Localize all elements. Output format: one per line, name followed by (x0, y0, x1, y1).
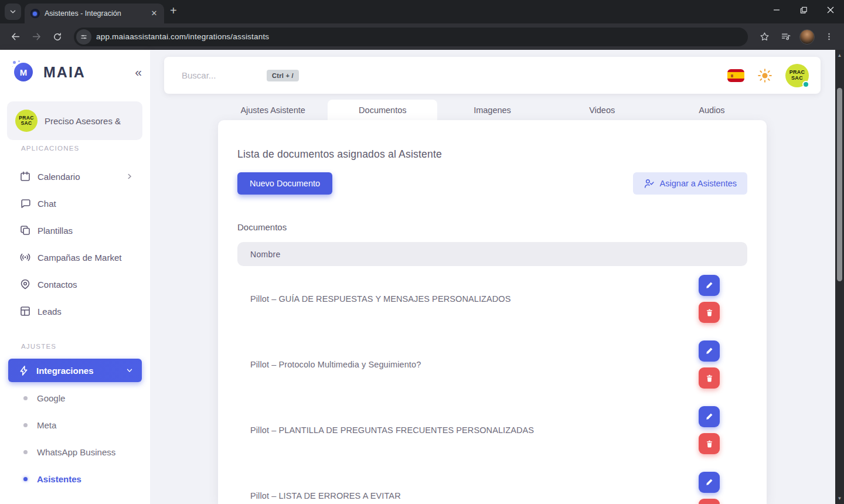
main-area: Ctrl + / PRAC SAC Ajustes Asistente Docu… (150, 50, 835, 504)
forward-arrow-icon (32, 32, 42, 42)
sidebar-item-label: Plantillas (38, 226, 73, 236)
scrollbar-thumb[interactable] (837, 88, 842, 281)
browser-tab-title: Asistentes - Integración (45, 9, 144, 18)
edit-document-button[interactable] (699, 406, 720, 427)
edit-document-button[interactable] (699, 472, 720, 493)
site-info-icon (80, 33, 88, 41)
window-close-button[interactable] (817, 0, 844, 20)
media-controls-button[interactable] (776, 28, 795, 46)
avatar-text: SAC (791, 76, 803, 81)
sidebar-item-campanas[interactable]: Campañas de Market (8, 244, 142, 271)
sidebar-subitem-label: Asistentes (37, 474, 81, 484)
browser-tab[interactable]: Asistentes - Integración ✕ (25, 4, 164, 23)
browser-profile-avatar[interactable] (799, 29, 815, 45)
topbar-right: PRAC SAC (727, 64, 809, 87)
assign-to-assistants-button[interactable]: Asignar a Asistentes (633, 172, 747, 195)
delete-document-button[interactable] (699, 433, 720, 454)
sidebar-item-plantillas[interactable]: Plantillas (8, 217, 142, 244)
section-label-aplicaciones: APLICACIONES (21, 145, 79, 152)
edit-document-button[interactable] (699, 340, 720, 362)
delete-document-button[interactable] (699, 367, 720, 389)
new-document-button[interactable]: Nuevo Documento (237, 172, 332, 195)
sidebar-subitem-asistentes[interactable]: Asistentes (8, 465, 142, 492)
sidebar-item-label: Contactos (38, 280, 77, 290)
scroll-down-arrow-icon[interactable]: ▼ (835, 494, 844, 503)
browser-menu-button[interactable] (819, 28, 838, 46)
sidebar-item-contactos[interactable]: Contactos (8, 271, 142, 298)
light-mode-sun-icon[interactable] (757, 68, 772, 83)
page-title: Lista de documentos asignados al Asisten… (237, 148, 747, 161)
document-name: Pillot – GUÍA DE RESPUESTAS Y MENSAJES P… (250, 294, 528, 304)
user-avatar[interactable]: PRAC SAC (785, 64, 809, 87)
table-icon (19, 305, 31, 317)
window-restore-button[interactable] (790, 0, 817, 20)
document-name: Pillot – LISTA DE ERRORES A EVITAR (250, 491, 418, 500)
workspace-name: Preciso Asesores & (45, 116, 121, 126)
forward-button[interactable] (27, 28, 46, 46)
pencil-icon (705, 478, 714, 487)
sidebar-item-integraciones[interactable]: Integraciones (8, 359, 142, 382)
url-text: app.maiaassistantai.com/integrations/ass… (96, 32, 269, 41)
sidebar-item-label: Calendario (38, 172, 80, 182)
sidebar-item-calendario[interactable]: Calendario (8, 163, 142, 190)
workspace-avatar-text: SAC (21, 121, 32, 126)
tab-videos[interactable]: Videos (547, 100, 657, 120)
workspace-avatar: PRAC SAC (15, 110, 38, 132)
restore-icon (800, 6, 808, 14)
sidebar-subitem-meta[interactable]: Meta (8, 411, 142, 438)
sidebar: M MAIA « PRAC SAC Preciso Asesores & APL… (0, 50, 150, 504)
brand-row: M MAIA « (14, 59, 142, 86)
window-minimize-button[interactable] (763, 0, 790, 20)
address-bar[interactable]: app.maiaassistantai.com/integrations/ass… (74, 28, 748, 46)
site-info-button[interactable] (76, 29, 91, 45)
trash-icon (705, 374, 714, 383)
column-header-nombre: Nombre (250, 250, 281, 259)
close-icon (827, 6, 834, 13)
row-actions (699, 275, 720, 323)
edit-document-button[interactable] (699, 275, 720, 296)
sidebar-subitem-google[interactable]: Google (8, 384, 142, 411)
chat-icon (19, 197, 31, 209)
tab-imagenes[interactable]: Imagenes (437, 100, 547, 120)
lightning-icon (18, 365, 29, 376)
delete-document-button[interactable] (699, 302, 720, 323)
table-row: Pillot – GUÍA DE RESPUESTAS Y MENSAJES P… (237, 266, 747, 332)
templates-icon (19, 224, 31, 236)
tab-documentos[interactable]: Documentos (328, 100, 437, 120)
table-header: Nombre (237, 242, 747, 266)
tab-close-icon[interactable]: ✕ (149, 8, 159, 19)
delete-document-button[interactable] (699, 499, 720, 504)
language-flag-icon[interactable] (727, 69, 744, 82)
user-check-icon (644, 178, 655, 189)
tab-search-button[interactable] (5, 4, 21, 20)
chevron-down-icon (125, 366, 134, 374)
page-scrollbar[interactable]: ▲ ▼ (835, 50, 844, 504)
new-tab-button[interactable]: + (170, 4, 177, 18)
reload-button[interactable] (48, 28, 67, 46)
sidebar-item-label: Leads (38, 307, 62, 316)
tab-audios[interactable]: Audios (657, 100, 767, 120)
chevron-down-icon (9, 8, 16, 15)
workspace-card[interactable]: PRAC SAC Preciso Asesores & (7, 101, 142, 140)
minimize-icon (773, 6, 780, 13)
search-shortcut-badge: Ctrl + / (267, 70, 299, 81)
search-input[interactable] (182, 70, 249, 80)
kebab-menu-icon (825, 32, 833, 41)
tab-ajustes-asistente[interactable]: Ajustes Asistente (218, 100, 328, 120)
sidebar-item-chat[interactable]: Chat (8, 190, 142, 217)
actions-row: Nuevo Documento Asignar a Asistentes (237, 172, 747, 195)
documents-card: Lista de documentos asignados al Asisten… (218, 120, 767, 504)
bookmark-button[interactable] (755, 28, 774, 46)
app-topbar: Ctrl + / PRAC SAC (164, 57, 821, 94)
brand-name: MAIA (43, 64, 86, 81)
content-tabs: Ajustes Asistente Documentos Imagenes Vi… (218, 100, 767, 120)
browser-chrome: Asistentes - Integración ✕ + (0, 0, 844, 50)
sidebar-subitem-whatsapp-business[interactable]: WhatsApp Business (8, 438, 142, 465)
sidebar-collapse-button[interactable]: « (135, 65, 142, 79)
scroll-up-arrow-icon[interactable]: ▲ (835, 51, 844, 60)
sidebar-item-leads[interactable]: Leads (8, 298, 142, 325)
back-button[interactable] (6, 28, 25, 46)
assign-button-label: Asignar a Asistentes (660, 179, 737, 188)
pencil-icon (705, 346, 714, 356)
bullet-icon (23, 450, 28, 454)
